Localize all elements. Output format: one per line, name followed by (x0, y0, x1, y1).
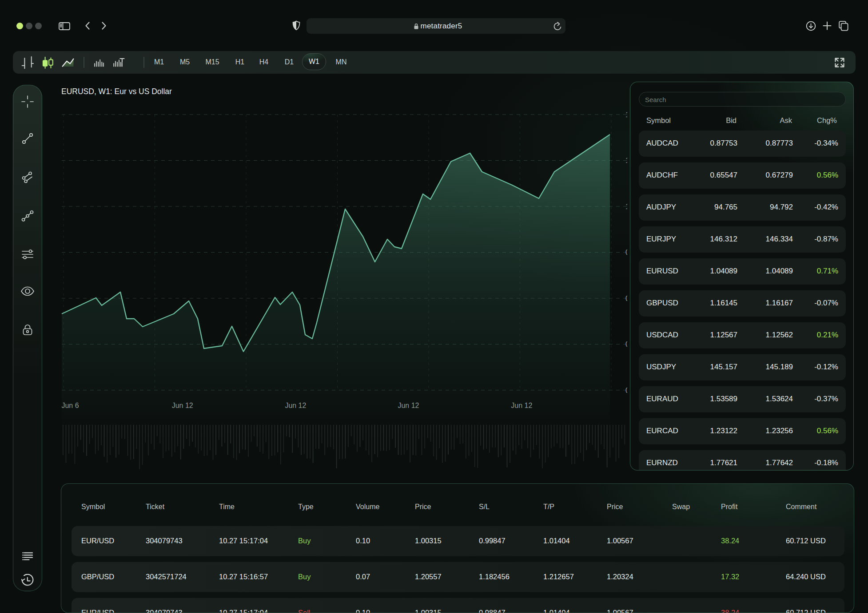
svg-text:Jun 12: Jun 12 (511, 402, 532, 409)
svg-text:0.99: 0.99 (625, 249, 627, 256)
svg-text:Jun 12: Jun 12 (398, 402, 419, 409)
svg-text:Jun 12: Jun 12 (285, 402, 306, 409)
svg-text:0.96: 0.96 (625, 387, 627, 394)
svg-text:1.06: 1.06 (625, 111, 627, 119)
svg-text:Jun 12: Jun 12 (172, 402, 193, 409)
svg-text:0.98: 0.98 (625, 295, 627, 302)
svg-text:0.97: 0.97 (625, 340, 627, 348)
svg-text:1.05: 1.05 (625, 157, 627, 164)
svg-text:1.04: 1.04 (625, 203, 627, 210)
svg-text:Jun 6: Jun 6 (61, 402, 79, 409)
